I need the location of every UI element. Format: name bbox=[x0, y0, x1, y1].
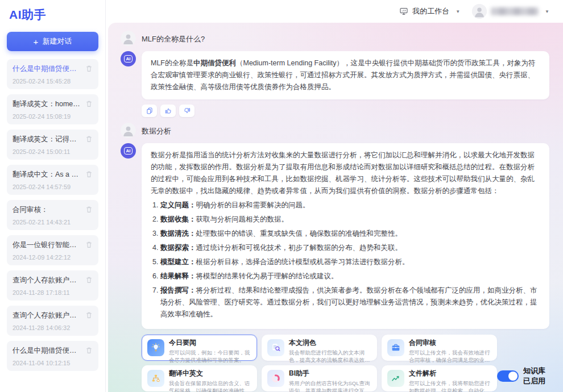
trash-icon[interactable] bbox=[85, 64, 93, 74]
sitemap-icon bbox=[147, 370, 164, 387]
conversation-item[interactable]: 翻译成英文：记得刚开始... 2025-02-24 15:00:11 bbox=[7, 130, 98, 160]
card-title: 本文润色 bbox=[289, 339, 371, 348]
thumbs-down-button[interactable] bbox=[179, 105, 194, 117]
conversation-item[interactable]: 翻译成英文：home home 2025-02-24 15:08:19 bbox=[7, 94, 98, 124]
step-desc: 根据分析目标，选择合适的统计模型或机器学习算法进行数据分析。 bbox=[196, 258, 409, 266]
ai-message-row: AI MLF的全称是中期借贷便利（Medium-term Lending Fac… bbox=[121, 51, 549, 99]
trash-icon[interactable] bbox=[85, 170, 93, 180]
app-logo: AI助手 bbox=[9, 7, 96, 23]
card-title: 翻译中英文 bbox=[169, 369, 251, 378]
trash-icon[interactable] bbox=[85, 135, 93, 145]
new-chat-label: 新建对话 bbox=[42, 36, 72, 47]
step-term: 定义问题： bbox=[160, 201, 196, 209]
quick-actions-area: 今日要闻 您可以问我，例如：今日要闻，我会尽力提供准确和可靠的答案。 本文润色 … bbox=[142, 335, 549, 391]
quick-action-translate[interactable]: 翻译中英文 我会旨在保留原始信息的含义、语气和风格，以确保翻译的准确性和自然流畅… bbox=[142, 365, 257, 391]
conversation-time: 2024-11-04 10:12:15 bbox=[13, 360, 93, 366]
knowledge-base-toggle[interactable] bbox=[497, 370, 519, 382]
analysis-step: 结果解释：将模型的结果转化为易于理解的结论或建议。 bbox=[160, 270, 540, 282]
conversation-item[interactable]: 翻译成中文：As a reader... 2025-02-24 14:57:59 bbox=[7, 165, 98, 195]
conversation-title: 翻译成英文：home home bbox=[13, 99, 81, 109]
user-avatar bbox=[121, 123, 136, 138]
step-term: 数据收集： bbox=[160, 215, 196, 223]
top-header: 我的工作台 ▼ ▼ bbox=[106, 0, 563, 23]
thumbs-up-button[interactable] bbox=[160, 105, 176, 117]
copy-button[interactable] bbox=[142, 105, 157, 117]
conversation-title: 合同审核： bbox=[13, 205, 48, 215]
card-title: 今日要闻 bbox=[169, 339, 251, 348]
trash-icon[interactable] bbox=[85, 99, 93, 110]
app-window: 我的工作台 ▼ ▼ AI助手 + 新建对话 什么是中期借贷便利... 2025-… bbox=[0, 0, 563, 392]
conversation-time: 2025-02-24 14:57:59 bbox=[13, 184, 93, 190]
knowledge-toggle-label: 知识库已启用 bbox=[523, 366, 549, 386]
conversation-title: 查询个人存款账户的最新... bbox=[13, 276, 81, 285]
conversation-item[interactable]: 你是一位银行智能客服，... 2024-12-09 14:22:12 bbox=[7, 235, 98, 265]
user-message-row: MLF的全称是什么? bbox=[121, 31, 549, 46]
conversation-item[interactable]: 什么是中期借贷便利... 2025-02-24 15:45:28 bbox=[7, 59, 98, 89]
conversation-item[interactable]: 查询个人存款账户的最新... 2024-11-28 14:06:32 bbox=[7, 306, 98, 336]
workspace-label[interactable]: 我的工作台 bbox=[412, 6, 449, 16]
donut-chart-icon bbox=[267, 370, 284, 387]
analysis-steps-list: 定义问题：明确分析的目标和需要解决的问题。 数据收集：获取与分析问题相关的数据。… bbox=[160, 199, 540, 320]
analysis-step: 数据探索：通过统计分析和可视化技术，初步了解数据的分布、趋势和关联。 bbox=[160, 242, 540, 254]
step-term: 模型建立： bbox=[160, 258, 196, 266]
conversation-time: 2025-02-24 15:45:28 bbox=[13, 78, 93, 85]
ai-avatar: AI bbox=[121, 51, 136, 66]
chevron-down-icon[interactable]: ▼ bbox=[545, 9, 549, 14]
step-term: 数据探索： bbox=[160, 244, 196, 252]
quick-action-file-parse[interactable]: 文件解析 您可以上传文件，我将帮助您进行如数据处理、信息检索、自动化办公等。 bbox=[382, 365, 497, 391]
ai-answer-bubble: 数据分析是指用适当的统计分析方法对收集来的大量数据进行分析，将它们加以汇总和理解… bbox=[142, 143, 549, 329]
conversation-item[interactable]: 合同审核： 2025-02-21 14:43:21 bbox=[7, 200, 98, 230]
ai-answer-bubble: MLF的全称是中期借贷便利（Medium-term Lending Facili… bbox=[142, 51, 549, 99]
trash-icon[interactable] bbox=[85, 311, 93, 321]
conversation-title: 你是一位银行智能客服，... bbox=[13, 240, 81, 250]
user-avatar[interactable] bbox=[472, 4, 487, 19]
quick-actions-grid: 今日要闻 您可以问我，例如：今日要闻，我会尽力提供准确和可靠的答案。 本文润色 … bbox=[142, 335, 497, 391]
trash-icon[interactable] bbox=[85, 240, 93, 251]
analysis-step: 报告撰写：将分析过程、结果和结论整理成报告，供决策者参考。数据分析在各个领域都有… bbox=[160, 285, 540, 320]
analysis-step: 数据清洗：处理数据中的错误、重复或缺失值，确保数据的准确性和完整性。 bbox=[160, 228, 540, 240]
step-desc: 将模型的结果转化为易于理解的结论或建议。 bbox=[196, 272, 338, 280]
answer-intro: 数据分析是指用适当的统计分析方法对收集来的大量数据进行分析，将它们加以汇总和理解… bbox=[151, 149, 540, 197]
conversation-title: 翻译成英文：记得刚开始... bbox=[13, 135, 81, 144]
step-desc: 处理数据中的错误、重复或缺失值，确保数据的准确性和完整性。 bbox=[196, 230, 403, 237]
trash-icon[interactable] bbox=[85, 205, 93, 215]
conversation-time: 2024-11-28 14:06:32 bbox=[13, 324, 93, 331]
card-desc: 我会帮助您进行您输入的文本润色，提高文本的流畅度和表达效果。 bbox=[289, 349, 371, 364]
conversation-item[interactable]: 什么是中期借贷便利... 2024-11-04 10:12:15 bbox=[7, 341, 98, 371]
card-title: 合同审核 bbox=[409, 339, 491, 348]
step-desc: 明确分析的目标和需要解决的问题。 bbox=[196, 201, 310, 209]
quick-action-bi-assistant[interactable]: BI助手 将用户的自然语言转化为SQL查询语句，并直接与数据库进行交互，返回智能… bbox=[262, 365, 377, 391]
card-desc: 您可以上传文件，我将帮助您进行如数据处理、信息检索、自动化办公等。 bbox=[409, 380, 491, 392]
card-desc: 将用户的自然语言转化为SQL查询语句，并直接与数据库进行交互，返回智能推荐的图表… bbox=[289, 380, 371, 392]
analysis-step: 定义问题：明确分析的目标和需要解决的问题。 bbox=[160, 199, 540, 211]
trash-icon[interactable] bbox=[85, 276, 93, 286]
conversation-title: 什么是中期借贷便利... bbox=[13, 64, 81, 74]
card-desc: 我会旨在保留原始信息的含义、语气和风格，以确保翻译的准确性和自然流畅。 bbox=[169, 380, 251, 392]
username-redacted bbox=[491, 7, 539, 15]
conversation-title: 查询个人存款账户的最新... bbox=[13, 311, 81, 320]
conversation-item[interactable]: 查询个人存款账户的最新... 2024-11-28 17:18:11 bbox=[7, 270, 98, 301]
workspace-monitor-icon bbox=[399, 7, 408, 16]
conversation-time: 2025-02-24 15:00:11 bbox=[13, 148, 93, 155]
user-avatar bbox=[121, 31, 136, 46]
card-desc: 您可以上传文件，我会有效地进行合同审核，确保合同满足您的业务需求。 bbox=[409, 349, 491, 364]
quick-action-contract-review[interactable]: 合同审核 您可以上传文件，我会有效地进行合同审核，确保合同满足您的业务需求。 bbox=[382, 335, 497, 361]
conversation-list: 什么是中期借贷便利... 2025-02-24 15:45:28 翻译成英文：h… bbox=[7, 59, 98, 371]
user-question: MLF的全称是什么? bbox=[142, 31, 205, 44]
conversation-title: 翻译成中文：As a reader... bbox=[13, 170, 81, 180]
bulb-icon bbox=[147, 339, 164, 356]
trend-up-icon bbox=[387, 370, 404, 387]
conversation-time: 2024-11-28 17:18:11 bbox=[13, 289, 93, 296]
toggle-knob bbox=[508, 372, 518, 381]
user-message-row: 数据分析 bbox=[121, 123, 549, 138]
chevron-down-icon[interactable]: ▼ bbox=[456, 9, 460, 14]
quick-action-today-news[interactable]: 今日要闻 您可以问我，例如：今日要闻，我会尽力提供准确和可靠的答案。 bbox=[142, 335, 257, 361]
chat-panel: MLF的全称是什么? AI MLF的全称是中期借贷便利（Medium-term … bbox=[108, 23, 563, 392]
quick-action-text-polish[interactable]: 本文润色 我会帮助您进行您输入的文本润色，提高文本的流畅度和表达效果。 bbox=[262, 335, 377, 361]
trash-icon[interactable] bbox=[85, 346, 93, 356]
card-title: 文件解析 bbox=[409, 369, 491, 378]
card-desc: 您可以问我，例如：今日要闻，我会尽力提供准确和可靠的答案。 bbox=[169, 349, 251, 364]
doc-search-icon bbox=[267, 339, 284, 356]
briefcase-icon bbox=[387, 339, 404, 356]
new-chat-button[interactable]: + 新建对话 bbox=[7, 32, 98, 51]
